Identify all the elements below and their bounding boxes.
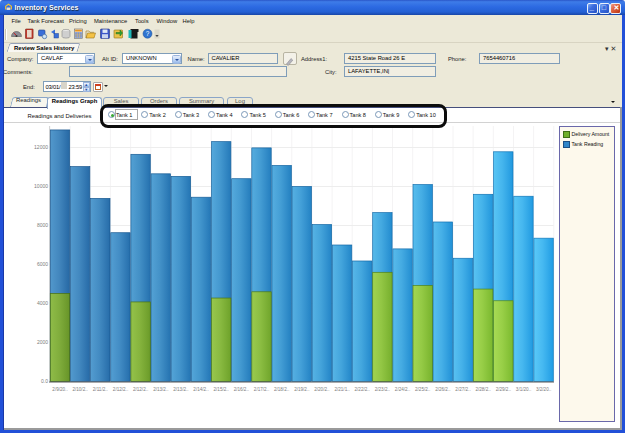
svg-text:2000: 2000 <box>37 339 48 345</box>
svg-text:2/15/2..: 2/15/2.. <box>214 387 229 392</box>
svg-text:0.0: 0.0 <box>41 378 48 384</box>
svg-text:2/18/2..: 2/18/2.. <box>274 387 289 392</box>
svg-text:2/14/2..: 2/14/2.. <box>193 387 208 392</box>
svg-text:2/20/2..: 2/20/2.. <box>314 387 329 392</box>
svg-text:2/11/2..: 2/11/2.. <box>93 387 108 392</box>
svg-text:2/12/2..: 2/12/2.. <box>113 387 128 392</box>
svg-text:2/17/2..: 2/17/2.. <box>254 387 269 392</box>
svg-text:2/22/2..: 2/22/2.. <box>355 387 370 392</box>
svg-text:2/12/2..: 2/12/2.. <box>133 387 148 392</box>
svg-text:2/24/2..: 2/24/2.. <box>395 387 410 392</box>
svg-text:2/9/20..: 2/9/20.. <box>52 387 67 392</box>
svg-text:2/21/1..: 2/21/1.. <box>334 387 349 392</box>
svg-text:3/2/20..: 3/2/20.. <box>536 387 551 392</box>
svg-text:6000: 6000 <box>37 261 48 267</box>
svg-text:2/13/2..: 2/13/2.. <box>173 387 188 392</box>
svg-text:2/16/2..: 2/16/2.. <box>234 387 249 392</box>
svg-text:2/25/2..: 2/25/2.. <box>415 387 430 392</box>
svg-text:8000: 8000 <box>37 222 48 228</box>
svg-text:2/23/2..: 2/23/2.. <box>375 387 390 392</box>
svg-text:2/13/2..: 2/13/2.. <box>153 387 168 392</box>
svg-text:2/27/2..: 2/27/2.. <box>455 387 470 392</box>
svg-text:4000: 4000 <box>37 300 48 306</box>
svg-text:12000: 12000 <box>34 144 48 150</box>
svg-text:3/1/20..: 3/1/20.. <box>516 387 531 392</box>
svg-text:2/19/2..: 2/19/2.. <box>294 387 309 392</box>
svg-text:2/29/2..: 2/29/2.. <box>496 387 511 392</box>
svg-text:10000: 10000 <box>34 183 48 189</box>
svg-text:?: ? <box>145 30 149 37</box>
svg-text:2/28/2..: 2/28/2.. <box>475 387 490 392</box>
svg-text:2/26/2..: 2/26/2.. <box>435 387 450 392</box>
svg-text:2/10/2..: 2/10/2.. <box>72 387 87 392</box>
